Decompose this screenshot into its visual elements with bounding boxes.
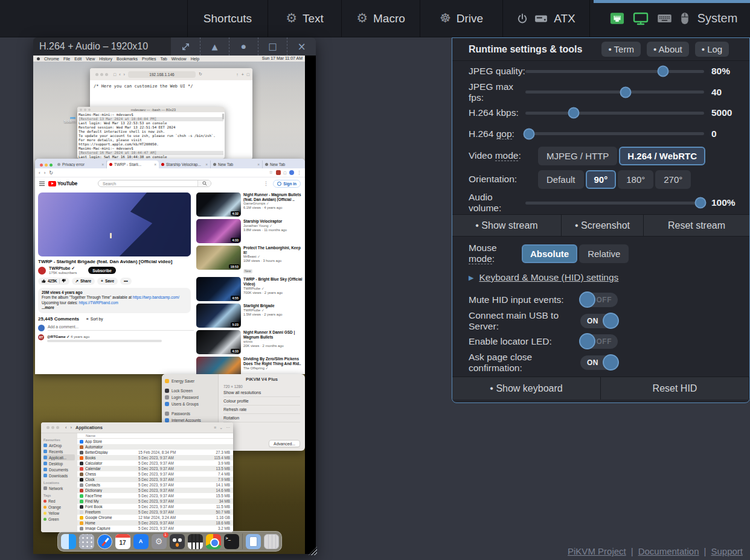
display-led-icon: [633, 12, 649, 25]
panel-tab-button[interactable]: • About: [647, 42, 689, 57]
stream-action-button[interactable]: • Show stream: [452, 215, 562, 236]
dock-icon: [242, 533, 243, 549]
tab-close-icon: ×: [101, 162, 104, 167]
hid-action-button[interactable]: • Show keyboard: [452, 377, 601, 399]
panel-tab-button[interactable]: • Log: [695, 42, 729, 57]
menu-macro[interactable]: ⚙ Macro: [341, 0, 420, 37]
stream-window: H.264 + Audio – 1920x10 ▲ ● □ × ChromeFi…: [33, 37, 316, 554]
shade-window-icon[interactable]: ▲: [200, 37, 229, 56]
support-link[interactable]: Support: [711, 546, 743, 556]
finder-sidebar-group: Locations Network: [43, 481, 75, 491]
menu-atx[interactable]: ATX: [502, 0, 589, 37]
hid-settings-link[interactable]: Keyboard & Mouse (HID) settings: [479, 272, 618, 283]
menu-drive[interactable]: ☸ Drive: [420, 0, 502, 37]
file-size: 11.5 MB: [194, 504, 233, 509]
maximize-icon[interactable]: □: [258, 37, 287, 56]
traffic-lights: [95, 73, 108, 76]
orientation-option[interactable]: 270°: [655, 170, 691, 189]
app-icon: [80, 467, 83, 471]
mac-menu-item: History: [99, 57, 112, 61]
video-thumbnail: 4:32: [196, 192, 241, 217]
sort-icon: ≡: [86, 317, 89, 321]
file-row: Dictionary 5 Dec 2023, 9:37 AM 14.6 MB: [77, 488, 233, 493]
extension-icon: [276, 170, 281, 175]
gop-hint-link[interactable]: gop: [496, 129, 512, 139]
jpeg-quality-slider[interactable]: [525, 70, 704, 73]
panel-tab-button[interactable]: • Term: [601, 42, 640, 57]
slider-thumb[interactable]: [695, 197, 707, 209]
settings-row: Refresh rate: [223, 406, 300, 414]
dock-icon: [97, 534, 112, 549]
menu-shortcuts[interactable]: Shortcuts: [187, 0, 268, 37]
menu-system[interactable]: System: [589, 0, 750, 37]
settings-item-icon: [165, 379, 169, 383]
h264-kbps-value: 5000: [711, 107, 732, 118]
mouse-mode-option[interactable]: Absolute: [522, 244, 577, 263]
remote-desktop-stream[interactable]: ChromeFileEditViewHistoryBookmarksProfil…: [33, 56, 316, 554]
app-icon: [80, 494, 83, 498]
toggle-knob[interactable]: [603, 313, 619, 329]
app-icon: [80, 500, 83, 503]
user-avatar: [38, 325, 45, 331]
keyboard-led-icon: [657, 14, 672, 23]
toggle-knob[interactable]: [603, 354, 619, 371]
stream-window-titlebar[interactable]: H.264 + Audio – 1920x10 ▲ ● □ ×: [33, 37, 316, 56]
toggle-switch[interactable]: OFF: [580, 334, 618, 349]
footer-links: PiKVM Project|Documentation|Support: [568, 546, 743, 556]
menu-text[interactable]: ⚙ Text: [268, 0, 341, 37]
jpeg-quality-value: 80%: [711, 66, 730, 77]
toggle-switch[interactable]: ON: [580, 314, 618, 328]
comments-count: 25,445 Comments: [38, 316, 79, 322]
channel-row: TWRPtube ✓ 175K subscribers Subscribe: [38, 266, 194, 275]
slider-thumb[interactable]: [620, 86, 631, 98]
h264-gop-slider[interactable]: [525, 132, 704, 135]
stream-action-button[interactable]: Reset stream: [644, 215, 749, 236]
terminal-line: To update your account to use zsh, pleas…: [79, 134, 223, 138]
pikvm-project-link[interactable]: PiKVM Project: [568, 546, 626, 556]
save-icon: +: [101, 279, 103, 283]
slider-thumb[interactable]: [523, 128, 534, 139]
close-icon[interactable]: ×: [287, 37, 316, 56]
chrome-toolbar: ‹ › ↻ ☆ □ ⋮: [35, 168, 305, 177]
mouse-mode-option[interactable]: Relative: [579, 244, 629, 263]
orientation-option[interactable]: Default: [538, 170, 584, 189]
sidebar-group-header: Favourites: [43, 438, 75, 442]
mode-hint-link[interactable]: mode: [495, 150, 519, 161]
orientation-option[interactable]: 180°: [618, 170, 653, 189]
panel-header: Runtime settings & tools • Term• About• …: [452, 38, 749, 61]
orientation-label: Orientation:: [469, 174, 538, 185]
thumb-down-icon: [62, 279, 66, 283]
notification-badge: 1: [163, 532, 168, 538]
toggle-knob[interactable]: [579, 333, 595, 349]
file-name: Google Chrome: [85, 515, 138, 520]
orientation-option[interactable]: 90°: [586, 170, 617, 189]
suggested-video: Dividing By Zero/Slim Pickens Does The R…: [196, 357, 304, 374]
stream-action-button[interactable]: • Screenshot: [562, 215, 644, 236]
file-date: 5 Dec 2023, 9:37 AM: [138, 521, 194, 525]
mode-hint-link[interactable]: mode: [469, 253, 492, 264]
mac-menu-item: Help: [191, 57, 199, 61]
terminal-titlebar: mdevaev — -bash — 80x23: [77, 107, 225, 112]
toggle-switch[interactable]: OFF: [580, 293, 618, 307]
file-size: 3.9 MB: [194, 461, 233, 465]
thumb-up-icon: [42, 279, 46, 283]
video-mode-option[interactable]: MJPEG / HTTP: [538, 147, 617, 165]
audio-volume-slider[interactable]: [525, 202, 704, 205]
video-mode-option[interactable]: H.264 / WebRTC: [619, 147, 705, 165]
menu-drive-label: Drive: [457, 12, 483, 25]
slider-thumb[interactable]: [568, 107, 579, 119]
h264-kbps-slider[interactable]: [525, 112, 704, 115]
file-name: App Store: [85, 439, 138, 444]
file-date: 5 Dec 2023, 9:37 AM: [138, 499, 194, 503]
jpeg-fps-slider[interactable]: [525, 91, 704, 94]
hid-action-button[interactable]: Reset HID: [601, 377, 749, 399]
expand-icon[interactable]: [171, 37, 200, 56]
suggested-video-channel: GameGrumps ✓: [243, 202, 304, 206]
slider-thumb[interactable]: [657, 66, 668, 77]
display-resolution: 720 × 1280: [223, 384, 300, 389]
toggle-switch[interactable]: ON: [580, 355, 618, 370]
settings-item-icon: [165, 389, 169, 393]
documentation-link[interactable]: Documentation: [638, 546, 699, 556]
toggle-knob[interactable]: [579, 291, 595, 308]
dot-resize-icon[interactable]: ●: [229, 37, 258, 56]
